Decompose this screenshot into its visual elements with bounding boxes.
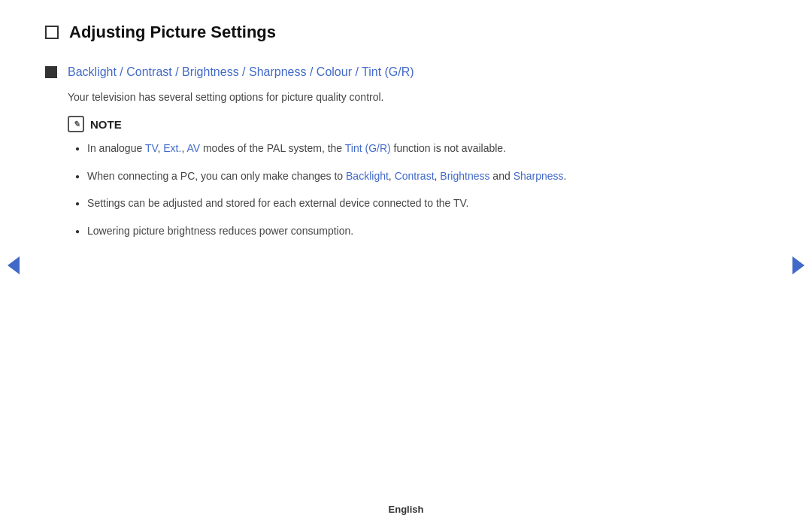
footer-language: English — [389, 504, 424, 515]
section-content: Backlight / Contrast / Brightness / Shar… — [68, 63, 752, 250]
list-item: Settings can be adjusted and stored for … — [75, 195, 752, 211]
link-brightness[interactable]: Brightness — [440, 170, 489, 182]
section-description: Your television has several setting opti… — [68, 89, 752, 105]
note-header: ✎ NOTE — [68, 116, 752, 132]
note-pencil-icon: ✎ — [68, 116, 84, 132]
section-bullet-icon — [45, 66, 57, 78]
section-heading: Backlight / Contrast / Brightness / Shar… — [68, 63, 752, 81]
nav-next-button[interactable] — [792, 256, 804, 274]
bullet-text-4: Lowering picture brightness reduces powe… — [87, 223, 353, 239]
page-container: Adjusting Picture Settings Backlight / C… — [0, 0, 812, 530]
checkbox-icon — [45, 26, 59, 39]
page-title-row: Adjusting Picture Settings — [45, 23, 752, 42]
bullet-text-1: In analogue TV, Ext., AV modes of the PA… — [87, 140, 506, 156]
link-ext[interactable]: Ext. — [163, 142, 181, 154]
link-tint[interactable]: Tint (G/R) — [345, 142, 391, 154]
note-box: ✎ NOTE In analogue TV, Ext., AV modes of… — [68, 116, 752, 239]
note-label: NOTE — [90, 118, 122, 131]
link-sharpness[interactable]: Sharpness — [514, 170, 564, 182]
link-contrast[interactable]: Contrast — [395, 170, 435, 182]
bullet-list: In analogue TV, Ext., AV modes of the PA… — [75, 140, 752, 239]
list-item: In analogue TV, Ext., AV modes of the PA… — [75, 140, 752, 156]
bullet-text-3: Settings can be adjusted and stored for … — [87, 195, 468, 211]
link-backlight[interactable]: Backlight — [346, 170, 389, 182]
link-tv[interactable]: TV — [145, 142, 158, 154]
list-item: Lowering picture brightness reduces powe… — [75, 223, 752, 239]
page-title: Adjusting Picture Settings — [69, 23, 276, 42]
nav-prev-button[interactable] — [8, 256, 20, 274]
bullet-text-2: When connecting a PC, you can only make … — [87, 168, 566, 184]
link-av[interactable]: AV — [186, 142, 200, 154]
section: Backlight / Contrast / Brightness / Shar… — [45, 63, 752, 250]
list-item: When connecting a PC, you can only make … — [75, 168, 752, 184]
